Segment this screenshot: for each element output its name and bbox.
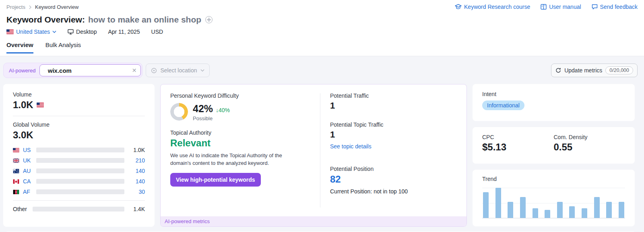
trend-bar [557,202,563,218]
intent-card: Intent Informational [473,84,635,121]
volume-label: Volume [13,91,145,98]
breadcrumb-projects[interactable]: Projects [6,4,25,10]
us-flag-icon [6,29,14,34]
send-feedback-link[interactable]: Send feedback [592,4,638,10]
update-metrics-label: Update metrics [564,67,602,74]
country-row-us: US 1.0K [13,145,145,155]
country-bar-track [36,189,124,194]
intent-badge[interactable]: Informational [482,101,524,110]
page-title: Keyword Overview: how to make an online … [6,15,644,25]
trend-bar [545,210,550,218]
trend-bar [569,206,575,218]
com-density-label: Com. Density [554,134,625,140]
page-title-label: Keyword Overview: [6,15,85,25]
cpc-label: CPC [482,134,554,140]
topical-authority-description: We use AI to indicate the Topical Author… [170,152,303,167]
pkd-change: ↓40% [216,107,230,113]
country-code-link[interactable]: UK [23,157,33,164]
course-link-label: Keyword Research course [464,4,530,10]
device-indicator: Desktop [68,29,97,35]
ai-search-group: AI-powered ✕ [3,63,142,78]
location-select-placeholder: Select location [160,67,197,74]
tab-bulk-analysis[interactable]: Bulk Analysis [45,41,81,53]
device-label: Desktop [76,29,97,35]
country-bar-track [36,148,124,152]
pkd-level: Possible [193,115,230,121]
potential-topic-traffic-value: 1 [330,129,457,140]
country-code-link[interactable]: AF [23,189,33,195]
header-divider [0,56,644,56]
current-position-text: Current Position: not in top 100 [330,188,457,195]
intent-label: Intent [482,91,625,97]
update-metrics-button[interactable]: Update metrics 0/20,000 [551,64,638,77]
graduation-cap-icon [455,4,462,10]
ai-powered-metrics-footer: AI-powered metrics [161,216,466,226]
au-flag-icon [13,169,19,173]
tab-overview[interactable]: Overview [6,41,33,53]
country-bar-track [36,158,124,163]
trend-bar [582,208,587,218]
sparkle-icon [44,68,44,74]
country-row-ca: CA 140 [13,176,145,187]
uk-flag-icon [13,158,19,163]
page-title-keyword: how to make an online shop [88,15,201,25]
see-topic-details-link[interactable]: See topic details [330,143,457,150]
trend-bar [594,197,600,218]
page-header: Projects Keyword Overview Keyword Resear… [0,0,644,56]
date-indicator: Apr 11, 2025 [108,29,140,35]
country-bar-track [36,168,124,173]
topical-authority-value: Relevant [170,138,310,149]
global-volume-value: 3.0K [13,129,145,141]
country-volume-value: 1.0K [128,147,145,153]
divider [13,116,145,116]
topical-authority-label: Topical Authority [170,129,310,136]
domain-input-box[interactable]: ✕ [39,64,141,76]
potential-traffic-label: Potential Traffic [330,92,457,99]
trend-bar [520,197,526,218]
trend-label: Trend [482,176,625,182]
feedback-bubble-icon [592,4,598,10]
add-keyword-icon[interactable] [205,16,213,23]
cpc-value: $5.13 [482,142,554,153]
refresh-icon [555,68,561,73]
country-selector-label: United States [16,29,50,35]
potential-position-value: 82 [330,174,457,185]
us-flag-icon [13,148,19,152]
pkd-donut-chart [170,103,188,121]
clear-input-icon[interactable]: ✕ [132,67,137,74]
af-flag-icon [13,190,19,194]
location-pin-icon [151,68,157,74]
user-manual-link[interactable]: User manual [541,4,581,10]
country-selector[interactable]: United States [6,29,56,35]
tab-bar: Overview Bulk Analysis [6,41,644,53]
country-row-other: Other 1.4K [13,204,145,214]
update-metrics-counter: 0/20,000 [605,66,633,74]
location-select[interactable]: Select location [146,64,209,77]
chevron-down-icon [200,69,204,72]
view-keywords-button[interactable]: View high-potential keywords [170,173,261,187]
domain-input[interactable] [48,67,129,74]
country-volume-value: 140 [128,168,145,174]
country-volume-value: 210 [128,157,145,164]
ai-powered-badge: AI-powered [5,68,39,74]
pkd-percent: 42% [193,103,213,115]
country-bar-track [36,179,124,184]
country-row-au: AU 140 [13,166,145,176]
keyword-research-course-link[interactable]: Keyword Research course [455,4,530,10]
currency-indicator: USD [151,29,163,35]
potential-position-label: Potential Position [330,166,457,172]
book-icon [541,4,547,10]
country-code-link[interactable]: US [23,147,33,153]
country-row-uk: UK 210 [13,155,145,166]
breadcrumb-separator-icon [29,5,32,9]
trend-bar [619,202,624,218]
country-volume-value: 1.4K [128,206,145,212]
country-code-link[interactable]: CA [23,178,33,185]
country-code-link[interactable]: AU [23,168,33,174]
pkd-label: Personal Keyword Difficulty [170,92,310,99]
us-flag-icon [37,103,44,107]
country-bar-track [33,207,124,211]
trend-bar [606,202,612,218]
chevron-down-icon [52,31,56,33]
trend-bar [508,202,513,218]
